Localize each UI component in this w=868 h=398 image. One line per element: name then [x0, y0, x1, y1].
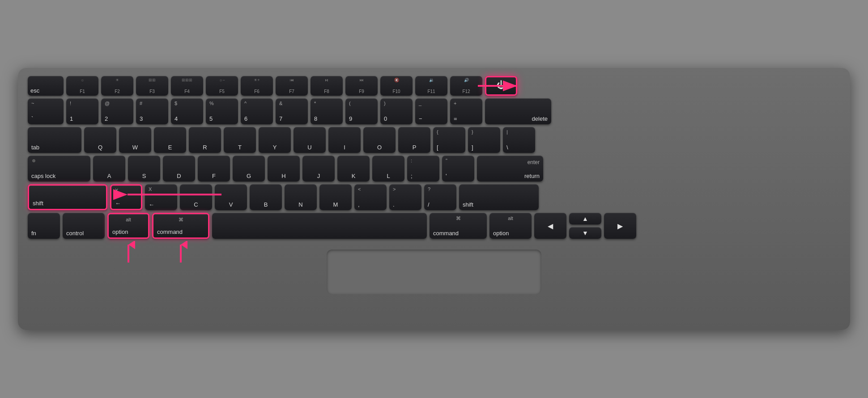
key-equals[interactable]: + = — [450, 98, 482, 124]
key-command-right[interactable]: ⌘ command — [430, 213, 487, 239]
key-arrow-right[interactable]: ▶ — [604, 213, 636, 239]
one-bottom: 1 — [70, 115, 95, 122]
key-comma[interactable]: < , — [354, 184, 387, 210]
key-w[interactable]: W — [119, 127, 151, 153]
f12-label: F12 — [453, 89, 480, 94]
key-d[interactable]: D — [163, 156, 195, 182]
key-arrow-left[interactable]: ◀ — [534, 213, 566, 239]
key-minus[interactable]: _ − — [415, 98, 447, 124]
key-slash[interactable]: ? / — [424, 184, 456, 210]
key-f12[interactable]: 🔊 F12 — [450, 76, 482, 96]
key-tab[interactable]: tab — [28, 127, 81, 153]
key-space[interactable] — [212, 213, 427, 239]
key-j[interactable]: J — [302, 156, 335, 182]
trackpad[interactable] — [327, 250, 541, 294]
d-label: D — [166, 173, 191, 179]
key-r[interactable]: R — [189, 127, 221, 153]
key-s[interactable]: S — [128, 156, 160, 182]
key-f[interactable]: F — [198, 156, 230, 182]
nine-top: ( — [349, 101, 351, 106]
key-f6[interactable]: ☀+ F6 — [241, 76, 273, 96]
key-shift-right[interactable]: shift — [459, 184, 539, 210]
key-enter[interactable]: enter return — [477, 156, 543, 182]
key-c[interactable]: C — [180, 184, 212, 210]
key-delete[interactable]: delete — [485, 98, 551, 124]
key-command-left[interactable]: ⌘ command — [152, 213, 209, 239]
key-option-left[interactable]: alt option — [107, 213, 149, 239]
key-caps-lock[interactable]: caps lock — [28, 156, 90, 182]
f6-icon: ☀+ — [241, 78, 273, 82]
key-f5[interactable]: ☼− F5 — [206, 76, 238, 96]
key-0[interactable]: ) 0 — [380, 98, 413, 124]
three-bottom: 3 — [140, 115, 165, 122]
key-l[interactable]: L — [372, 156, 404, 182]
key-8[interactable]: * 8 — [311, 98, 343, 124]
key-9[interactable]: ( 9 — [345, 98, 378, 124]
key-m[interactable]: M — [319, 184, 352, 210]
key-arrow-down[interactable]: ▼ — [569, 227, 601, 239]
key-n[interactable]: N — [285, 184, 317, 210]
key-5[interactable]: % 5 — [206, 98, 238, 124]
key-esc[interactable]: esc — [28, 76, 64, 96]
key-tilde[interactable]: ~ ` — [28, 98, 64, 124]
key-f8[interactable]: ⏯ F8 — [311, 76, 343, 96]
key-3[interactable]: # 3 — [136, 98, 168, 124]
key-power[interactable]: ⏻ — [485, 76, 517, 96]
key-lbracket[interactable]: { [ — [433, 127, 465, 153]
key-f7[interactable]: ⏮ F7 — [276, 76, 308, 96]
fn-label: fn — [31, 230, 56, 237]
quote-top: " — [446, 158, 447, 163]
key-v[interactable]: V — [215, 184, 247, 210]
key-i[interactable]: I — [328, 127, 361, 153]
key-a[interactable]: A — [93, 156, 125, 182]
key-backslash[interactable]: | \ — [503, 127, 535, 153]
key-u[interactable]: U — [294, 127, 326, 153]
key-arrow-up[interactable]: ▲ — [569, 213, 601, 224]
key-h[interactable]: H — [268, 156, 300, 182]
key-e[interactable]: E — [154, 127, 186, 153]
key-f10[interactable]: 🔇 F10 — [380, 76, 413, 96]
key-2[interactable]: @ 2 — [101, 98, 133, 124]
key-f4[interactable]: ⊞⊞⊞ F4 — [171, 76, 203, 96]
key-f11[interactable]: 🔉 F11 — [415, 76, 447, 96]
key-t[interactable]: T — [224, 127, 256, 153]
t-label: T — [227, 144, 252, 151]
key-b[interactable]: B — [250, 184, 282, 210]
key-o[interactable]: O — [363, 127, 396, 153]
v-label: V — [218, 201, 243, 208]
slash-top: ? — [428, 186, 430, 192]
key-shift-left[interactable]: shift — [28, 184, 107, 210]
key-f3[interactable]: ⊞⊞ F3 — [136, 76, 168, 96]
option-right-label: option — [493, 230, 528, 237]
num-row: ~ ` ! 1 @ 2 # 3 $ 4 % 5 — [28, 98, 840, 124]
semicolon-bottom: ; — [411, 173, 436, 179]
key-control[interactable]: control — [63, 213, 105, 239]
key-7[interactable]: & 7 — [276, 98, 308, 124]
key-1[interactable]: ! 1 — [66, 98, 98, 124]
arrow-left-icon: ◀ — [548, 222, 553, 230]
key-4[interactable]: $ 4 — [171, 98, 203, 124]
key-6[interactable]: ^ 6 — [241, 98, 273, 124]
shift-right-label: shift — [463, 201, 535, 208]
key-k[interactable]: K — [337, 156, 370, 182]
key-q[interactable]: Q — [84, 127, 116, 153]
key-p[interactable]: P — [398, 127, 430, 153]
key-x-extra[interactable]: X ← — [145, 184, 177, 210]
key-fn[interactable]: fn — [28, 213, 60, 239]
shift-row: shift X ← X ← C — [28, 184, 840, 210]
key-option-right[interactable]: alt option — [489, 213, 532, 239]
key-y[interactable]: Y — [259, 127, 291, 153]
key-backslash2[interactable]: X ← — [110, 184, 142, 210]
key-period[interactable]: > . — [389, 184, 421, 210]
key-f1[interactable]: ☼ F1 — [66, 76, 98, 96]
tab-row: tab Q W E R T Y U I O P { [ } ] | \ — [28, 127, 840, 153]
f10-icon: 🔇 — [380, 78, 413, 82]
key-semicolon[interactable]: : ; — [407, 156, 439, 182]
key-g[interactable]: G — [233, 156, 265, 182]
key-f2[interactable]: ☀ F2 — [101, 76, 133, 96]
key-rbracket[interactable]: } ] — [468, 127, 500, 153]
key-f9[interactable]: ⏭ F9 — [345, 76, 378, 96]
delete-label: delete — [532, 115, 548, 122]
key-quote[interactable]: " ' — [442, 156, 474, 182]
bs2-bottom: ← — [115, 200, 137, 207]
